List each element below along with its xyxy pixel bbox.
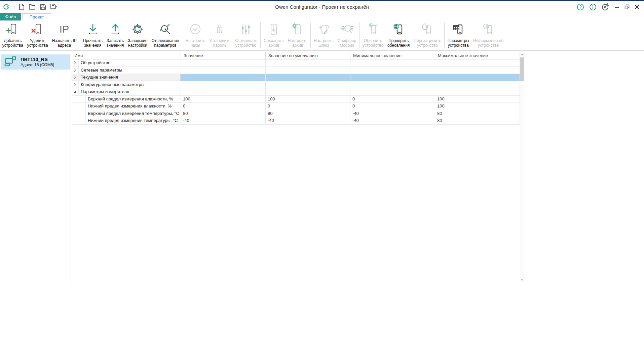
device-list-item-pvt110[interactable]: ПВТ110_RS Адрес: 16 (COM5) [1,54,70,70]
reboot-device-button[interactable]: Перезагрузить устройство [412,21,443,50]
divider [14,4,14,10]
reboot-device-icon [420,21,435,38]
button-label: Параметры устройства [448,38,469,48]
set-clock-button[interactable]: Настроить часы [183,21,207,50]
row-network-params[interactable]: Сетевые параметры [72,67,520,74]
param-name: Нижний предел измерения температуры, °C [86,117,180,124]
configure-gateway-button[interactable]: Настроить шлюз [312,21,336,50]
content-area: ПВТ110_RS Адрес: 16 (COM5) Имя Значение … [0,51,644,283]
configure-archive-button[interactable]: Настроить архив [286,21,310,50]
button-label: Отслеживание параметров [151,38,179,48]
ribbon-toolbar: Добавить устройства Удалить устройства I… [0,20,644,51]
save-project-button[interactable] [40,4,46,10]
grid-header-row: Имя Значение Значение по умолчанию Миним… [72,52,520,59]
minimize-button[interactable] [615,5,619,9]
device-list-panel: ПВТ110_RS Адрес: 16 (COM5) [0,51,71,283]
modbus-sniffer-button[interactable]: Сниффер Modbus [336,21,358,50]
param-default[interactable]: 0 [266,103,350,110]
expander-expanded-icon[interactable] [72,88,79,95]
row-temperature-upper-limit[interactable]: Верхний предел измерения температуры, °C… [72,110,520,118]
column-header-min[interactable]: Минимальное значение [350,52,435,59]
param-default[interactable]: 100 [266,96,350,103]
close-button[interactable] [635,5,639,9]
param-value[interactable]: 0 [181,103,266,110]
row-current-values[interactable]: Текущие значения [72,74,520,81]
title-bar-controls: ? [577,3,644,11]
param-min[interactable]: -40 [350,110,435,118]
expander-collapsed-icon[interactable] [72,67,79,74]
param-name: Верхний предел измерения влажности, % [86,96,175,103]
assign-ip-icon: IP [56,21,72,38]
scroll-down-icon[interactable] [520,277,524,282]
open-project-button[interactable] [29,4,36,10]
group-name: Конфигурационные параметры [79,81,146,88]
remove-device-icon [30,21,45,38]
watch-parameters-button[interactable]: Отслеживание параметров [149,21,181,50]
column-header-max[interactable]: Максимальное значение [435,52,520,59]
read-values-button[interactable]: Прочитать значения [81,21,105,50]
row-temperature-lower-limit[interactable]: Нижний предел измерения температуры, °C … [72,117,520,125]
param-value[interactable]: 100 [181,96,266,103]
param-min[interactable]: 0 [350,103,435,110]
update-device-button[interactable]: Обновить устройство [361,21,385,50]
param-value[interactable]: 80 [181,110,266,118]
tab-project[interactable]: Проект [22,13,51,20]
row-config-params[interactable]: Конфигурационные параметры [72,81,520,89]
scrollbar-thumb[interactable] [520,57,524,81]
save-as-button[interactable] [50,3,58,10]
save-archive-button[interactable]: Сохранить архив [262,21,286,50]
param-default[interactable]: 80 [266,110,350,118]
row-about-device[interactable]: Об устройстве [72,59,520,67]
calibrate-device-button[interactable]: Юстировать устройство [232,21,259,50]
parameters-grid: Имя Значение Значение по умолчанию Миним… [72,52,520,125]
write-values-button[interactable]: Записать значения [105,21,126,50]
device-address: Адрес: 16 (COM5) [21,62,54,68]
column-header-value[interactable]: Значение [181,52,266,59]
param-min[interactable]: 0 [350,96,435,103]
device-parameters-button[interactable]: Параметры устройства [446,21,471,50]
param-value[interactable]: -40 [181,117,266,125]
param-name: Нижний предел измерения влажности, % [86,103,174,110]
column-header-default[interactable]: Значение по умолчанию [266,52,350,59]
row-measurer-params[interactable]: Параметры измерителя [72,88,520,96]
save-archive-icon [266,21,281,38]
param-max[interactable]: 100 [435,96,520,103]
row-humidity-upper-limit[interactable]: Верхний предел измерения влажности, % 10… [72,96,520,103]
scroll-up-icon[interactable] [520,52,524,57]
watch-params-magnifier-icon [157,21,173,38]
param-default[interactable]: -40 [266,117,350,125]
column-header-name[interactable]: Имя [72,52,181,59]
expander-collapsed-icon[interactable] [72,74,79,81]
factory-settings-button[interactable]: Заводские настройки [126,21,149,50]
check-updates-button[interactable]: Проверить обновления [385,21,412,50]
add-devices-button[interactable]: Добавить устройства [0,21,25,50]
modbus-sniffer-icon [339,21,355,38]
assign-ip-button[interactable]: IP Назначить IP адреса [50,21,79,50]
param-min[interactable]: -40 [350,117,435,125]
help-button[interactable]: ? [577,3,584,11]
expander-collapsed-icon[interactable] [72,81,79,88]
toolbar-separator [310,23,311,48]
row-humidity-lower-limit[interactable]: Нижний предел измерения влажности, % 0 0… [72,103,520,110]
vertical-scrollbar[interactable] [520,52,524,282]
configure-archive-icon [290,21,305,38]
expander-collapsed-icon[interactable] [72,59,79,67]
toolbar-separator [359,23,359,48]
param-max[interactable]: 100 [435,103,520,110]
window-title: Owen Configurator - Проект не сохранён [0,4,644,10]
set-password-button[interactable]: *** Установить пароль [207,21,232,50]
configure-gateway-icon [316,21,332,38]
param-max[interactable]: 80 [435,117,520,125]
title-bar: Owen Configurator - Проект не сохранён ? [0,1,644,13]
tab-file[interactable]: Файл [0,13,21,20]
param-max[interactable]: 80 [435,110,520,118]
new-project-button[interactable] [18,3,25,10]
info-button[interactable] [589,3,597,11]
factory-settings-gear-icon [130,21,145,38]
device-info-button[interactable]: Информация об устройстве [471,21,505,50]
group-name: Параметры измерителя [79,88,131,95]
remove-devices-button[interactable]: Удалить устройства [25,21,50,50]
restore-button[interactable] [624,4,630,9]
toolbar-separator [260,23,261,48]
check-app-update-button[interactable] [602,3,610,11]
